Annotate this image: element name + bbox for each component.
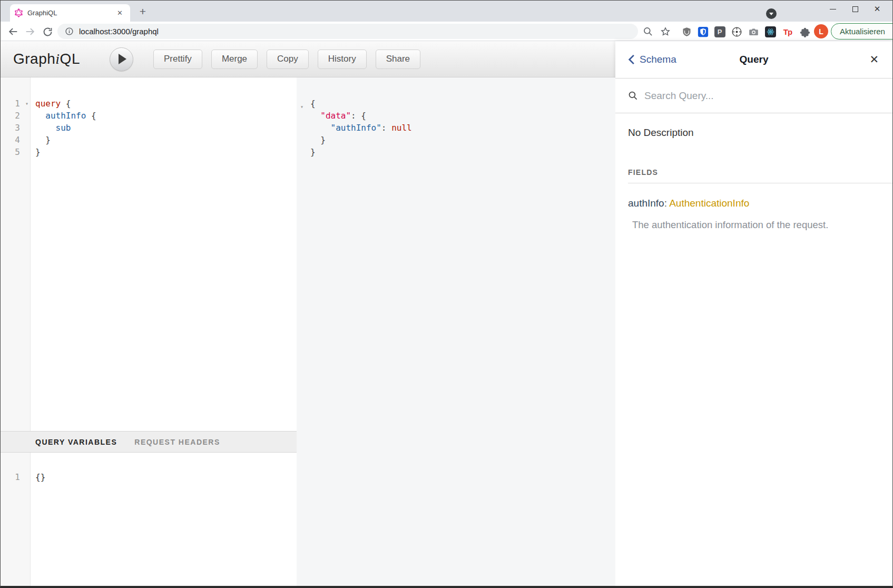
query-editor-gutter: 1▾ 2 3 4 5 — [1, 77, 31, 431]
close-window-button[interactable]: ✕ — [866, 1, 888, 17]
url-bar[interactable]: localhost:3000/graphql — [57, 24, 638, 39]
history-button[interactable]: History — [318, 50, 367, 69]
doc-explorer-header: Schema Query ✕ — [615, 41, 892, 79]
variables-title-bar: QUERY VARIABLES REQUEST HEADERS — [1, 431, 297, 453]
result-pane: ▾ { "data": { "authInfo": null } } — [297, 77, 615, 586]
doc-explorer-panel: Schema Query ✕ No Description FIELDS aut… — [615, 41, 892, 586]
react-devtools-extension-icon[interactable] — [763, 25, 777, 38]
doc-search-input[interactable] — [644, 90, 845, 102]
bitwarden-extension-icon[interactable] — [696, 25, 710, 38]
editors-area: 1▾ 2 3 4 5 query { authInfo { sub } } — [1, 77, 615, 586]
doc-title: Query — [615, 54, 892, 65]
prettify-button[interactable]: Prettify — [153, 50, 202, 69]
tab-search-icon[interactable] — [766, 8, 777, 19]
execute-query-button[interactable] — [110, 47, 133, 71]
minimize-button[interactable] — [822, 1, 844, 17]
line-number: 4 — [15, 135, 20, 145]
maximize-button[interactable] — [844, 1, 866, 17]
tab-title: GraphiQL — [27, 9, 115, 17]
doc-body: No Description FIELDS authInfo: Authenti… — [615, 113, 892, 231]
zoom-icon[interactable] — [641, 25, 655, 38]
doc-field-item: authInfo: AuthenticationInfo — [628, 198, 880, 209]
graphiql-main-column: GraphiQL Prettify Merge Copy History Sha… — [1, 41, 615, 586]
fold-arrow-icon[interactable]: ▾ — [300, 101, 303, 113]
result-code: { "data": { "authInfo": null } } — [297, 77, 615, 158]
graphiql-page: GraphiQL Prettify Merge Copy History Sha… — [1, 41, 892, 586]
back-icon[interactable] — [6, 25, 20, 38]
browser-window: GraphiQL ✕ + ✕ localhost:3000/graphql — [0, 0, 893, 588]
new-tab-button[interactable]: + — [136, 6, 149, 18]
doc-field-name-link[interactable]: authInfo — [628, 198, 664, 209]
reload-icon[interactable] — [41, 25, 54, 38]
doc-close-icon[interactable]: ✕ — [869, 53, 879, 66]
browser-tab-strip: GraphiQL ✕ + ✕ — [1, 1, 892, 22]
tab-close-icon[interactable]: ✕ — [115, 8, 125, 18]
camera-extension-icon[interactable] — [747, 25, 760, 38]
fold-arrow-icon[interactable]: ▾ — [25, 97, 28, 110]
play-icon — [119, 54, 126, 64]
browser-navbar: localhost:3000/graphql P — [1, 22, 892, 41]
line-number: 2 — [15, 111, 20, 121]
toolbar-buttons: Prettify Merge Copy History Share — [153, 50, 420, 69]
copy-button[interactable]: Copy — [267, 50, 309, 69]
merge-button[interactable]: Merge — [211, 50, 258, 69]
tab-request-headers[interactable]: REQUEST HEADERS — [134, 438, 220, 446]
browser-menu-dots-icon[interactable]: ⋮ — [889, 26, 893, 36]
tp-extension-icon[interactable]: Tp — [781, 25, 794, 38]
forward-icon[interactable] — [23, 25, 37, 38]
doc-search-row — [615, 79, 892, 113]
update-button-label: Aktualisieren — [840, 27, 885, 36]
bookmark-star-icon[interactable] — [659, 25, 672, 38]
graphiql-logo: GraphiQL — [13, 51, 80, 67]
doc-field-description: The authentication information of the re… — [632, 219, 880, 231]
graphiql-toolbar: GraphiQL Prettify Merge Copy History Sha… — [1, 41, 615, 77]
query-pane: 1▾ 2 3 4 5 query { authInfo { sub } } — [1, 77, 297, 586]
extensions-puzzle-icon[interactable] — [798, 25, 811, 38]
graphql-favicon-icon — [14, 8, 23, 17]
search-icon — [628, 91, 638, 101]
doc-field-separator: : — [664, 198, 670, 209]
window-controls: ✕ — [822, 1, 888, 17]
query-editor[interactable]: 1▾ 2 3 4 5 query { authInfo { sub } } — [1, 77, 297, 431]
doc-no-description: No Description — [628, 127, 880, 139]
crosshair-extension-icon[interactable] — [730, 25, 743, 38]
doc-field-type-link[interactable]: AuthenticationInfo — [669, 198, 749, 209]
url-text[interactable]: localhost:3000/graphql — [79, 27, 159, 36]
browser-tab-graphiql[interactable]: GraphiQL ✕ — [10, 4, 130, 22]
browser-profile-avatar[interactable]: L — [814, 24, 828, 38]
share-button[interactable]: Share — [376, 50, 420, 69]
line-number: 1 — [15, 99, 20, 109]
doc-fields-header: FIELDS — [628, 168, 892, 183]
variables-editor[interactable]: 1 {} — [1, 453, 297, 586]
browser-update-button[interactable]: Aktualisieren ⋮ — [831, 23, 893, 40]
line-number: 5 — [15, 147, 20, 157]
ublock-extension-icon[interactable] — [680, 25, 693, 38]
variables-editor-gutter: 1 — [1, 453, 31, 586]
page-info-icon[interactable] — [65, 27, 74, 36]
line-number: 1 — [15, 472, 20, 482]
line-number: 3 — [15, 123, 20, 133]
tab-query-variables[interactable]: QUERY VARIABLES — [35, 438, 117, 446]
p-extension-icon[interactable]: P — [713, 25, 727, 38]
query-code[interactable]: query { authInfo { sub } } — [31, 77, 297, 431]
variables-code[interactable]: {} — [31, 453, 297, 586]
